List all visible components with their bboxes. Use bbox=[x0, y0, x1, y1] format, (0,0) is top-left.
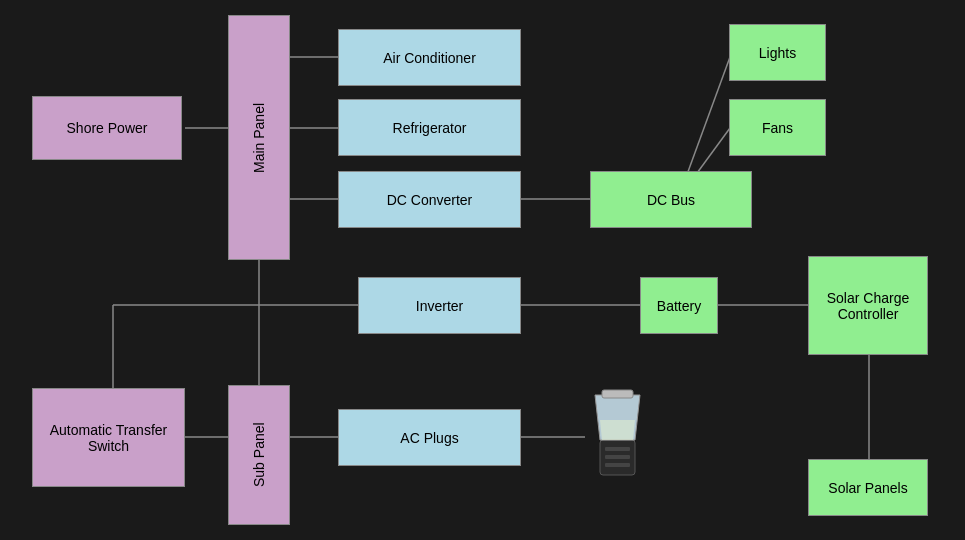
svg-rect-24 bbox=[605, 463, 630, 467]
sub-panel-label: Sub Panel bbox=[251, 423, 267, 488]
blender-image bbox=[580, 385, 655, 485]
solar-charge-controller-node: Solar Charge Controller bbox=[808, 256, 928, 355]
ac-plugs-node: AC Plugs bbox=[338, 409, 521, 466]
svg-rect-23 bbox=[605, 455, 630, 459]
ac-plugs-label: AC Plugs bbox=[400, 430, 458, 446]
battery-node: Battery bbox=[640, 277, 718, 334]
refrigerator-label: Refrigerator bbox=[393, 120, 467, 136]
main-panel-label: Main Panel bbox=[251, 102, 267, 172]
main-panel-node: Main Panel bbox=[228, 15, 290, 260]
inverter-node: Inverter bbox=[358, 277, 521, 334]
inverter-label: Inverter bbox=[416, 298, 463, 314]
lights-label: Lights bbox=[759, 45, 796, 61]
dc-converter-label: DC Converter bbox=[387, 192, 473, 208]
dc-bus-node: DC Bus bbox=[590, 171, 752, 228]
svg-rect-21 bbox=[602, 390, 633, 398]
automatic-transfer-switch-node: Automatic Transfer Switch bbox=[32, 388, 185, 487]
fans-node: Fans bbox=[729, 99, 826, 156]
dc-bus-label: DC Bus bbox=[647, 192, 695, 208]
svg-rect-22 bbox=[605, 447, 630, 451]
solar-charge-controller-label: Solar Charge Controller bbox=[809, 290, 927, 322]
solar-panels-label: Solar Panels bbox=[828, 480, 907, 496]
svg-marker-25 bbox=[600, 420, 635, 440]
diagram: Shore Power Main Panel Air Conditioner R… bbox=[0, 0, 965, 540]
automatic-transfer-switch-label: Automatic Transfer Switch bbox=[33, 422, 184, 454]
lights-node: Lights bbox=[729, 24, 826, 81]
shore-power-node: Shore Power bbox=[32, 96, 182, 160]
solar-panels-node: Solar Panels bbox=[808, 459, 928, 516]
refrigerator-node: Refrigerator bbox=[338, 99, 521, 156]
air-conditioner-label: Air Conditioner bbox=[383, 50, 476, 66]
battery-label: Battery bbox=[657, 298, 701, 314]
fans-label: Fans bbox=[762, 120, 793, 136]
dc-converter-node: DC Converter bbox=[338, 171, 521, 228]
air-conditioner-node: Air Conditioner bbox=[338, 29, 521, 86]
sub-panel-node: Sub Panel bbox=[228, 385, 290, 525]
shore-power-label: Shore Power bbox=[67, 120, 148, 136]
